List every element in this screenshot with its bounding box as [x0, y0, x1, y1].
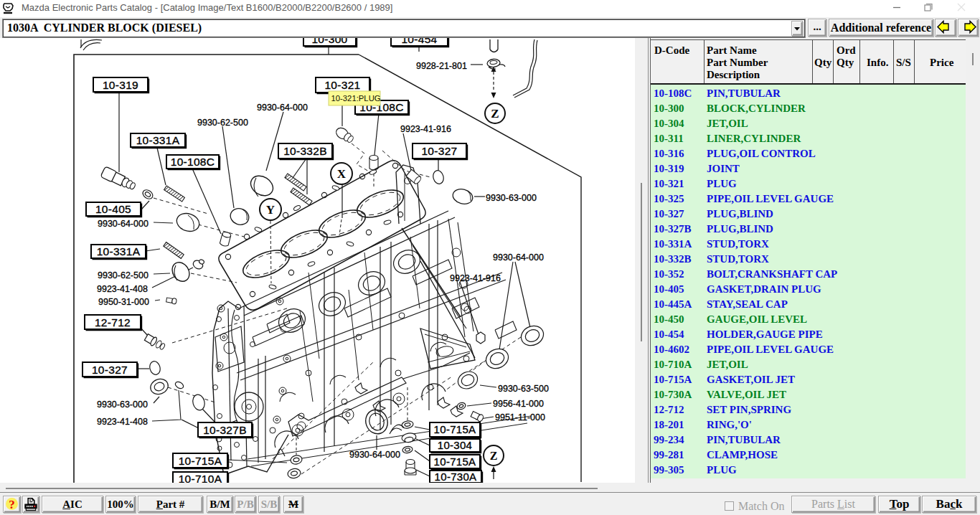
svg-text:10-319: 10-319 [103, 79, 138, 91]
svg-text:10-108C: 10-108C [171, 156, 215, 168]
svg-text:X: X [337, 167, 347, 181]
svg-text:Y: Y [266, 203, 275, 217]
svg-text:9930-64-000: 9930-64-000 [493, 252, 544, 263]
svg-text:?: ? [9, 498, 15, 511]
svg-text:10-300: 10-300 [311, 38, 347, 45]
svg-text:9930-63-000: 9930-63-000 [486, 193, 537, 203]
svg-text:9930-64-000: 9930-64-000 [98, 219, 149, 229]
svg-text:9930-62-500: 9930-62-500 [197, 118, 248, 128]
svg-text:10-321:PLUG: 10-321:PLUG [331, 94, 381, 103]
svg-text:9923-41-916: 9923-41-916 [400, 124, 451, 134]
svg-text:10-405: 10-405 [95, 203, 131, 215]
svg-text:10-327: 10-327 [421, 145, 457, 157]
svg-text:10-715A: 10-715A [434, 455, 476, 468]
svg-text:9951-11-000: 9951-11-000 [495, 412, 545, 422]
svg-text:9930-64-000: 9930-64-000 [257, 103, 308, 113]
svg-text:9930-62-500: 9930-62-500 [98, 270, 149, 280]
svg-text:10-715A: 10-715A [179, 455, 222, 467]
svg-text:9930-63-000: 9930-63-000 [97, 400, 148, 410]
svg-text:9928-21-801: 9928-21-801 [416, 61, 467, 71]
svg-text:10-327B: 10-327B [203, 424, 247, 436]
svg-text:10-730A: 10-730A [435, 471, 477, 483]
svg-text:9923-41-408: 9923-41-408 [97, 417, 148, 427]
svg-text:9930-63-500: 9930-63-500 [498, 384, 549, 394]
svg-text:10-715A: 10-715A [434, 423, 476, 435]
svg-text:Z: Z [490, 450, 498, 462]
svg-text:10-321: 10-321 [324, 79, 360, 91]
svg-text:9923-41-916: 9923-41-916 [450, 273, 501, 283]
svg-text:9930-64-000: 9930-64-000 [349, 450, 400, 460]
svg-text:9956-41-000: 9956-41-000 [493, 399, 544, 409]
svg-text:Z: Z [491, 107, 499, 121]
svg-text:10-331A: 10-331A [97, 245, 141, 258]
svg-text:10-454: 10-454 [401, 38, 437, 45]
svg-text:10-304: 10-304 [438, 439, 473, 451]
svg-text:10-710A: 10-710A [179, 473, 222, 483]
svg-text:9923-41-408: 9923-41-408 [97, 284, 148, 294]
svg-text:10-327: 10-327 [92, 364, 128, 376]
svg-text:10-332B: 10-332B [283, 145, 327, 157]
svg-text:9950-31-000: 9950-31-000 [98, 297, 149, 307]
svg-text:10-331A: 10-331A [136, 134, 180, 146]
svg-text:12-712: 12-712 [95, 316, 131, 329]
